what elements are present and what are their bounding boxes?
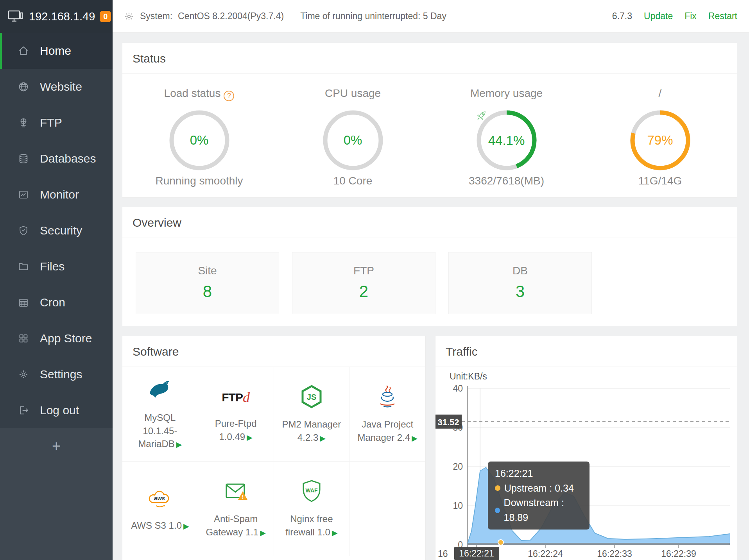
- shield-icon: [18, 225, 29, 236]
- status-title: Status: [122, 43, 737, 74]
- overview-box-value: 8: [136, 282, 279, 301]
- database-icon: [18, 153, 29, 165]
- sidebar-item-label: Databases: [40, 152, 96, 165]
- aws-s3-icon: aws: [147, 485, 172, 512]
- sidebar-item-files[interactable]: Files: [0, 249, 113, 284]
- sidebar-item-label: Security: [40, 224, 82, 237]
- svg-text:16:22:24: 16:22:24: [528, 549, 563, 559]
- software-name: PM2 Manager 4.2.3: [282, 419, 341, 443]
- running-icon: ▶: [260, 529, 266, 537]
- waf-shield-icon: WAF: [299, 479, 324, 505]
- tooltip-time: 16:22:21: [495, 466, 582, 481]
- overview-box-value: 3: [449, 282, 591, 301]
- message-count-badge[interactable]: 0: [100, 11, 111, 22]
- running-icon: ▶: [412, 434, 418, 442]
- tooltip-upstream: Upstream : 0.34: [504, 481, 574, 496]
- sidebar-item-label: Files: [40, 260, 65, 273]
- overview-title: Overview: [122, 207, 737, 238]
- panel-version: 6.7.3: [612, 11, 632, 21]
- chart-tooltip: 16:22:21 Upstream : 0.34 Downstream : 18…: [488, 462, 590, 530]
- sidebar-item-monitor[interactable]: Monitor: [0, 177, 113, 213]
- app-grid-icon: [18, 333, 29, 344]
- gauge-value: 79%: [647, 133, 673, 148]
- svg-text:40: 40: [453, 383, 463, 394]
- fix-link[interactable]: Fix: [684, 11, 697, 21]
- software-name: MySQL 10.1.45-MariaDB: [138, 412, 177, 449]
- sidebar-item-databases[interactable]: Databases: [0, 141, 113, 177]
- sidebar-item-cron[interactable]: Cron: [0, 284, 113, 320]
- db-count-box[interactable]: DB 3: [448, 252, 592, 314]
- software-name: AWS S3 1.0: [131, 520, 182, 531]
- software-name: Anti-Spam Gateway 1.1: [206, 513, 258, 537]
- memory-usage-gauge: Memory usage 44.1% 3362/7618(MB): [430, 87, 583, 187]
- server-identity[interactable]: 192.168.1.49 0: [0, 0, 113, 33]
- gauge-label: Load status: [164, 87, 221, 99]
- software-item-mysql[interactable]: MySQL 10.1.45-MariaDB▶: [122, 367, 198, 462]
- add-menu-button[interactable]: +: [0, 428, 113, 463]
- uptime-text: Time of running uninterrupted: 5 Day: [300, 11, 446, 21]
- traffic-panel: Traffic Unit:KB/s 01020304031.521616:22:…: [435, 336, 737, 560]
- tooltip-downstream: Downstream : 18.89: [504, 496, 582, 525]
- sidebar-item-label: Home: [40, 44, 71, 57]
- svg-text:!: !: [242, 493, 244, 500]
- gear-icon: [18, 369, 29, 380]
- sidebar-item-ftp[interactable]: FTP: [0, 105, 113, 141]
- running-icon: ▶: [247, 433, 253, 442]
- monitor-chart-icon: [18, 189, 29, 200]
- sidebar-item-home[interactable]: Home: [0, 33, 113, 69]
- software-item-anti-spam[interactable]: ! Anti-Spam Gateway 1.1▶: [198, 462, 274, 556]
- sidebar-item-website[interactable]: Website: [0, 69, 113, 105]
- sidebar-item-label: Cron: [40, 296, 65, 309]
- sidebar-item-security[interactable]: Security: [0, 213, 113, 249]
- running-icon: ▶: [183, 522, 189, 530]
- system-gear-icon: [124, 12, 134, 21]
- svg-text:WAF: WAF: [305, 487, 318, 494]
- gauge-label: Memory usage: [470, 87, 543, 99]
- sidebar-item-label: Log out: [40, 404, 79, 417]
- gauge-value: 0%: [190, 133, 209, 148]
- overview-box-label: FTP: [292, 265, 435, 277]
- svg-text:16:22:33: 16:22:33: [597, 549, 632, 559]
- topbar: System: CentOS 8.2.2004(Py3.7.4) Time of…: [113, 0, 749, 33]
- svg-text:16: 16: [438, 549, 448, 559]
- status-panel: Status Load status? 0% Running smoothly …: [122, 43, 737, 198]
- server-ip: 192.168.1.49: [29, 10, 95, 23]
- update-link[interactable]: Update: [644, 11, 673, 21]
- software-item-java[interactable]: Java Project Manager 2.4▶: [349, 367, 425, 462]
- overview-panel: Overview Site 8 FTP 2 DB 3: [122, 207, 737, 326]
- sidebar-item-app-store[interactable]: App Store: [0, 320, 113, 356]
- site-count-box[interactable]: Site 8: [136, 252, 279, 314]
- software-item-pm2[interactable]: JS PM2 Manager 4.2.3▶: [274, 367, 350, 462]
- gauge-sub-label: Running smoothly: [122, 175, 276, 187]
- overview-box-label: DB: [449, 265, 591, 277]
- software-item-aws-s3[interactable]: aws AWS S3 1.0▶: [122, 462, 198, 556]
- software-item-empty: [349, 462, 425, 556]
- disk-usage-gauge: / 79% 11G/14G: [583, 87, 737, 187]
- ftp-globe-stand-icon: [18, 117, 29, 129]
- sidebar-item-label: Settings: [40, 368, 82, 381]
- load-status-gauge: Load status? 0% Running smoothly: [122, 87, 276, 187]
- downstream-dot-icon: [495, 508, 500, 513]
- gauge-label: CPU usage: [325, 87, 381, 99]
- svg-text:aws: aws: [154, 495, 165, 501]
- software-item-waf[interactable]: WAF Nginx free firewall 1.0▶: [274, 462, 350, 556]
- restart-link[interactable]: Restart: [708, 11, 737, 21]
- mysql-icon: [147, 378, 172, 404]
- sidebar-item-settings[interactable]: Settings: [0, 356, 113, 392]
- overview-box-value: 2: [292, 282, 435, 301]
- help-icon[interactable]: ?: [224, 91, 234, 101]
- svg-text:10: 10: [453, 501, 463, 511]
- cpu-usage-gauge: CPU usage 0% 10 Core: [276, 87, 430, 187]
- gauge-label: /: [659, 87, 662, 99]
- svg-text:20: 20: [453, 462, 463, 472]
- sidebar: Home Website FTP Databases Monitor Secur…: [0, 33, 113, 560]
- software-name: Nginx free firewall 1.0: [285, 513, 333, 537]
- ftp-count-box[interactable]: FTP 2: [292, 252, 435, 314]
- sidebar-item-label: Monitor: [40, 188, 79, 201]
- software-item-pure-ftpd[interactable]: FTPd Pure-Ftpd 1.0.49▶: [198, 367, 274, 462]
- sidebar-item-logout[interactable]: Log out: [0, 392, 113, 428]
- running-icon: ▶: [332, 529, 338, 537]
- home-icon: [18, 45, 29, 57]
- sidebar-item-label: App Store: [40, 332, 92, 345]
- calendar-icon: [18, 297, 29, 308]
